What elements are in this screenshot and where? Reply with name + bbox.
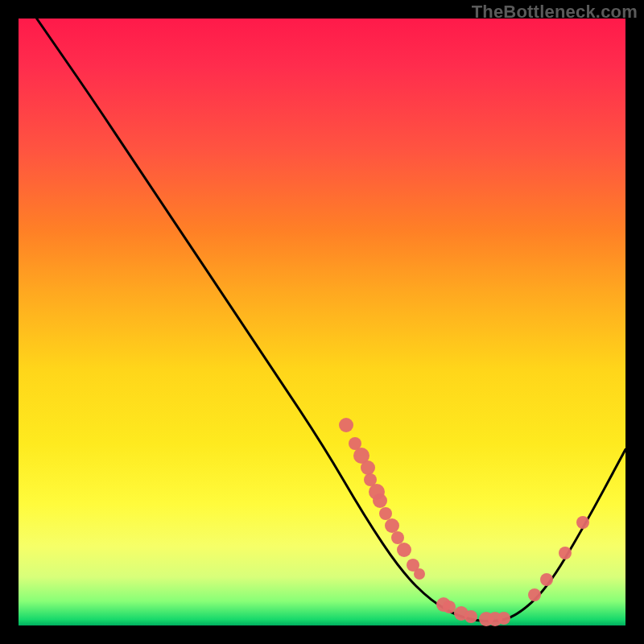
data-marker xyxy=(373,493,387,508)
data-marker xyxy=(559,547,572,559)
watermark-text: TheBottleneck.com xyxy=(472,2,638,23)
plot-area xyxy=(19,19,625,625)
chart-canvas: TheBottleneck.com xyxy=(0,0,644,644)
data-marker xyxy=(576,516,589,529)
bottleneck-curve xyxy=(19,19,625,625)
data-marker xyxy=(414,568,425,580)
data-marker xyxy=(397,543,411,557)
data-marker xyxy=(385,518,399,533)
data-marker xyxy=(464,610,477,623)
data-marker xyxy=(361,460,375,475)
